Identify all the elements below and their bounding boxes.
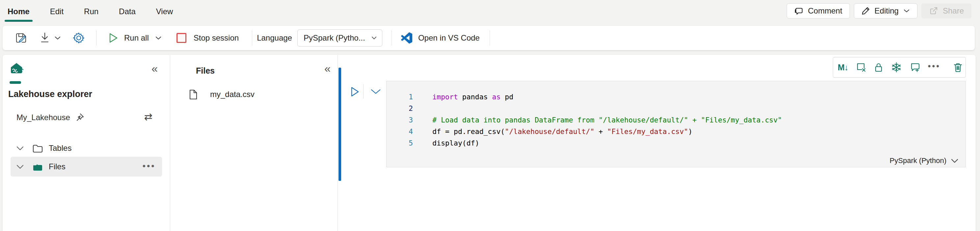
menu-tab-run[interactable]: Run: [81, 0, 102, 23]
open-vscode-button[interactable]: Open in VS Code: [401, 32, 480, 43]
line-number: 4: [387, 127, 413, 136]
pin-icon[interactable]: [75, 113, 84, 122]
run-all-button[interactable]: Run all: [108, 32, 161, 43]
ribbon-divider: [96, 30, 97, 45]
pencil-icon: [861, 6, 870, 15]
folder-icon: [32, 144, 43, 153]
ribbon-divider: [490, 30, 490, 45]
editing-mode-button[interactable]: Editing: [854, 3, 918, 18]
code-line: 4 df = pd.read_csv("/lakehouse/default/"…: [387, 126, 966, 137]
topbar-actions: Comment Editing: [787, 3, 971, 18]
code-line: 2: [387, 103, 966, 114]
top-menu-bar: Home Edit Run Data View Comment: [0, 0, 980, 25]
cell-toolbar: M↓: [833, 57, 966, 77]
line-number: 1: [387, 93, 413, 101]
menu-tab-view-label: View: [156, 7, 173, 16]
tree-item-files-label: Files: [49, 162, 65, 171]
lock-cell-icon[interactable]: [874, 62, 883, 72]
file-item-name: my_data.csv: [210, 90, 255, 99]
delete-cell-icon[interactable]: [953, 62, 963, 72]
folder-filled-icon: [32, 162, 43, 171]
code-editor[interactable]: 1 import pandas as pd 2 3 # Load data in…: [387, 91, 966, 149]
comment-icon: [794, 6, 803, 16]
menu-tab-view[interactable]: View: [153, 0, 176, 23]
save-button[interactable]: [14, 31, 28, 45]
chevron-down-icon: [903, 9, 910, 13]
tree-item-tables-label: Tables: [49, 144, 72, 153]
more-options-icon[interactable]: ●●●: [142, 163, 156, 169]
files-pane: Files « my_data.csv: [170, 55, 338, 231]
editing-mode-label: Editing: [875, 6, 899, 16]
line-number: 3: [387, 116, 413, 124]
selected-cell-indicator: [339, 67, 341, 181]
download-button[interactable]: [40, 32, 50, 44]
more-cell-options-icon[interactable]: ●●●: [929, 61, 939, 71]
share-button-label: Share: [943, 6, 964, 16]
code-line: 5 display(df): [387, 137, 966, 149]
ribbon-divider: [391, 30, 392, 45]
tree-item-tables[interactable]: Tables: [11, 139, 162, 158]
add-cell-comment-icon[interactable]: [910, 62, 920, 72]
code-line: 1 import pandas as pd: [387, 91, 966, 103]
stop-session-button[interactable]: Stop session: [177, 33, 239, 43]
run-options-chevron-icon[interactable]: [371, 89, 381, 95]
cell-language-picker[interactable]: PySpark (Python): [890, 156, 958, 165]
file-item[interactable]: my_data.csv: [170, 86, 338, 103]
menu-tab-edit-label: Edit: [50, 7, 64, 16]
run-cell-button[interactable]: [350, 86, 360, 97]
line-number: 5: [387, 139, 413, 147]
share-icon: [929, 6, 938, 16]
convert-to-markdown-icon[interactable]: M↓: [838, 62, 848, 72]
menu-tab-run-label: Run: [84, 7, 99, 16]
open-vscode-label: Open in VS Code: [418, 33, 480, 43]
comment-button[interactable]: Comment: [787, 3, 850, 18]
ribbon-divider: [252, 30, 252, 45]
download-chevron-icon[interactable]: [55, 36, 60, 40]
switch-lakehouse-icon[interactable]: ⇄: [144, 111, 153, 122]
file-document-icon: [189, 89, 197, 100]
chevron-down-icon: [371, 36, 377, 40]
lakehouse-name-row[interactable]: My_Lakehouse: [16, 113, 84, 122]
chevron-down-icon: [951, 159, 958, 163]
menu-tab-home-label: Home: [8, 7, 30, 16]
notebook-canvas: M↓: [338, 55, 976, 231]
language-select-value: PySpark (Pytho...: [304, 33, 365, 43]
lakehouse-explorer-pane: « Lakehouse explorer My_Lakehouse ⇄: [3, 55, 170, 231]
files-pane-title: Files: [196, 66, 215, 75]
explorer-title: Lakehouse explorer: [8, 89, 92, 99]
code-line: 3 # Load data into pandas DataFrame from…: [387, 114, 966, 126]
language-label: Language: [257, 33, 292, 43]
collapse-files-pane-icon[interactable]: «: [325, 63, 331, 74]
lakehouse-name: My_Lakehouse: [16, 113, 70, 122]
menu-tab-home[interactable]: Home: [5, 0, 33, 23]
chevron-down-icon[interactable]: [16, 165, 24, 169]
menu-tab-edit[interactable]: Edit: [47, 0, 67, 23]
active-tab-indicator: [10, 81, 21, 84]
share-button: Share: [921, 3, 971, 18]
freeze-cell-icon[interactable]: [891, 62, 902, 72]
menu-tab-data[interactable]: Data: [116, 0, 138, 23]
notebook-workspace: « Lakehouse explorer My_Lakehouse ⇄: [3, 55, 976, 231]
menu-tab-data-label: Data: [119, 7, 136, 16]
notebook-ribbon: Run all Stop session Language PySpark (P…: [3, 26, 975, 50]
clear-output-icon[interactable]: [856, 62, 866, 72]
run-controls-divider: [363, 84, 364, 99]
code-cell[interactable]: 1 import pandas as pd 2 3 # Load data in…: [386, 81, 966, 167]
line-number-active: 2: [387, 104, 413, 112]
settings-gear-icon[interactable]: [72, 32, 85, 44]
cell-language-value: PySpark (Python): [890, 156, 947, 165]
stop-icon: [177, 33, 186, 43]
language-select[interactable]: PySpark (Pytho...: [298, 29, 382, 47]
run-all-label: Run all: [124, 33, 149, 43]
tree-item-files[interactable]: Files ●●●: [11, 157, 162, 176]
menu-tabs: Home Edit Run Data View: [5, 0, 190, 23]
stop-session-label: Stop session: [194, 33, 239, 43]
lakehouse-icon[interactable]: [9, 62, 24, 77]
vscode-icon: [401, 32, 412, 43]
run-all-chevron-icon: [156, 36, 161, 40]
collapse-explorer-icon[interactable]: «: [151, 63, 158, 74]
chevron-down-icon[interactable]: [16, 146, 24, 151]
comment-button-label: Comment: [808, 6, 842, 16]
